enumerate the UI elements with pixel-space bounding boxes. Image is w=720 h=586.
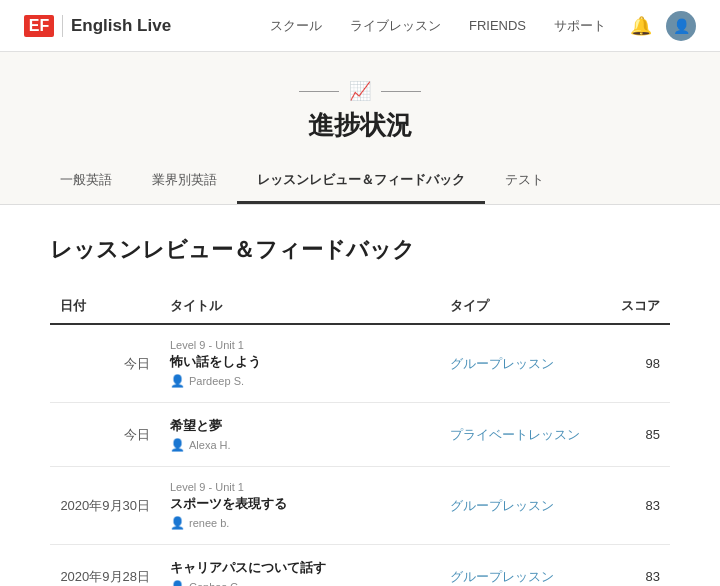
cell-score: 85 (590, 403, 670, 467)
instructor-icon: 👤 (170, 580, 185, 586)
header-icons: 🔔 👤 (630, 11, 696, 41)
col-header-score: スコア (590, 289, 670, 324)
cell-title: 希望と夢👤Alexa H. (160, 403, 440, 467)
tab-general-english[interactable]: 一般英語 (40, 159, 132, 204)
cell-date: 2020年9月28日 (50, 545, 160, 587)
lesson-type: グループレッスン (450, 498, 554, 513)
lesson-title[interactable]: 怖い話をしよう (170, 353, 430, 371)
cell-date: 2020年9月30日 (50, 467, 160, 545)
col-header-title: タイトル (160, 289, 440, 324)
col-header-type: タイプ (440, 289, 590, 324)
logo-area: EF English Live (24, 15, 171, 37)
title-decoration: 📈 (0, 80, 720, 102)
tab-lesson-review[interactable]: レッスンレビュー＆フィードバック (237, 159, 485, 204)
tabs-container: 一般英語 業界別英語 レッスンレビュー＆フィードバック テスト (0, 159, 720, 205)
section-title: レッスンレビュー＆フィードバック (50, 235, 670, 265)
page-title: 進捗状況 (0, 108, 720, 143)
lesson-type: グループレッスン (450, 356, 554, 371)
cell-date: 今日 (50, 403, 160, 467)
lesson-type: グループレッスン (450, 569, 554, 584)
lesson-type: プライベートレッスン (450, 427, 580, 442)
lesson-title[interactable]: スポーツを表現する (170, 495, 430, 513)
title-line-left (299, 91, 339, 92)
logo-divider (62, 15, 63, 37)
cell-title: Level 9 - Unit 1怖い話をしよう👤Pardeep S. (160, 324, 440, 403)
brand-name: English Live (71, 16, 171, 36)
instructor-name: Pardeep S. (189, 375, 244, 387)
ef-logo: EF (24, 15, 54, 37)
cell-type: グループレッスン (440, 545, 590, 587)
col-header-date: 日付 (50, 289, 160, 324)
lesson-instructor: 👤renee b. (170, 516, 430, 530)
cell-type: グループレッスン (440, 467, 590, 545)
title-line-right (381, 91, 421, 92)
lesson-title[interactable]: キャリアパスについて話す (170, 559, 430, 577)
nav-item-friends[interactable]: FRIENDS (469, 18, 526, 33)
instructor-icon: 👤 (170, 374, 185, 388)
main-content: レッスンレビュー＆フィードバック 日付 タイトル タイプ スコア 今日Level… (0, 205, 720, 586)
cell-title: Level 9 - Unit 1スポーツを表現する👤renee b. (160, 467, 440, 545)
lesson-level: Level 9 - Unit 1 (170, 481, 430, 493)
cell-score: 83 (590, 545, 670, 587)
table-row: 2020年9月30日Level 9 - Unit 1スポーツを表現する👤rene… (50, 467, 670, 545)
cell-score: 83 (590, 467, 670, 545)
instructor-icon: 👤 (170, 516, 185, 530)
cell-type: プライベートレッスン (440, 403, 590, 467)
nav-item-live-lesson[interactable]: ライブレッスン (350, 17, 441, 35)
table-header-row: 日付 タイトル タイプ スコア (50, 289, 670, 324)
instructor-name: Cephas C. (189, 581, 241, 586)
table-row: 今日Level 9 - Unit 1怖い話をしよう👤Pardeep S.グループ… (50, 324, 670, 403)
header: EF English Live スクール ライブレッスン FRIENDS サポー… (0, 0, 720, 52)
cell-score: 98 (590, 324, 670, 403)
table-row: 2020年9月28日キャリアパスについて話す👤Cephas C.グループレッスン… (50, 545, 670, 587)
nav-links: スクール ライブレッスン FRIENDS サポート (270, 17, 606, 35)
lesson-instructor: 👤Pardeep S. (170, 374, 430, 388)
table-row: 今日希望と夢👤Alexa H.プライベートレッスン85 (50, 403, 670, 467)
cell-title: キャリアパスについて話す👤Cephas C. (160, 545, 440, 587)
cell-date: 今日 (50, 324, 160, 403)
instructor-icon: 👤 (170, 438, 185, 452)
lesson-instructor: 👤Alexa H. (170, 438, 430, 452)
lesson-table: 日付 タイトル タイプ スコア 今日Level 9 - Unit 1怖い話をしよ… (50, 289, 670, 586)
chart-icon: 📈 (349, 80, 371, 102)
lesson-instructor: 👤Cephas C. (170, 580, 430, 586)
bell-icon[interactable]: 🔔 (630, 15, 652, 37)
tab-business-english[interactable]: 業界別英語 (132, 159, 237, 204)
tab-test[interactable]: テスト (485, 159, 564, 204)
instructor-name: renee b. (189, 517, 229, 529)
nav-item-school[interactable]: スクール (270, 17, 322, 35)
avatar[interactable]: 👤 (666, 11, 696, 41)
page-title-area: 📈 進捗状況 一般英語 業界別英語 レッスンレビュー＆フィードバック テスト (0, 52, 720, 205)
lesson-level: Level 9 - Unit 1 (170, 339, 430, 351)
nav-item-support[interactable]: サポート (554, 17, 606, 35)
instructor-name: Alexa H. (189, 439, 231, 451)
cell-type: グループレッスン (440, 324, 590, 403)
lesson-title[interactable]: 希望と夢 (170, 417, 430, 435)
